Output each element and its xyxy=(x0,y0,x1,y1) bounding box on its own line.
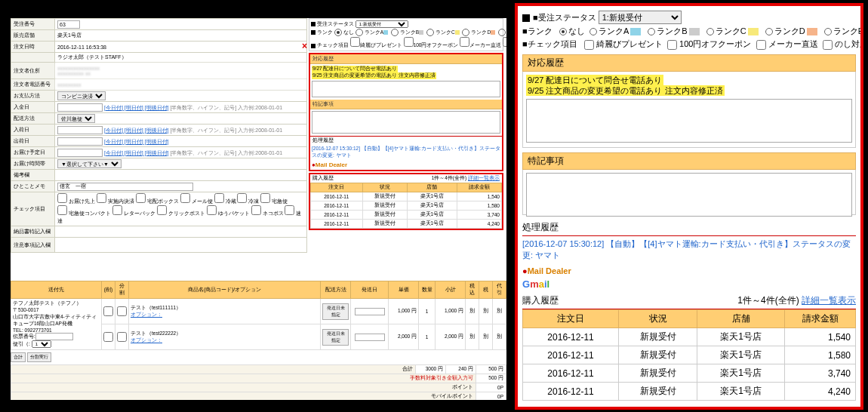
order-no-input[interactable] xyxy=(57,20,80,29)
label-dispatch: 配送方法 xyxy=(11,113,55,125)
rp-chk4: のし対応 xyxy=(835,39,863,48)
mini-rank-b-radio[interactable] xyxy=(391,29,399,36)
history-row[interactable]: 2016-12-11新規受付楽天1号店1,580 xyxy=(523,346,856,364)
chkopt-5[interactable] xyxy=(237,193,247,203)
mini-chk3-l: メーカー直送 xyxy=(469,42,501,48)
item-ship-btn-2[interactable]: 発送日未指定 xyxy=(322,329,349,346)
slot-select[interactable]: 1 xyxy=(32,340,51,348)
items-area: 送付先 (削) 分割 商品名(商品コード)/オプション 配送方法 発送日 単価 … xyxy=(11,281,506,400)
chkopt-4[interactable] xyxy=(214,193,224,203)
mpoint-val: 0P xyxy=(476,392,506,401)
label-ship-date: 入荷日 xyxy=(11,125,55,136)
mini-proc-title: 処理履歴 xyxy=(310,136,502,145)
history-row[interactable]: 2016-12-11新規受付楽天1号店1,540 xyxy=(523,328,856,346)
chkopt-0[interactable] xyxy=(57,193,67,203)
item-ship-date-2[interactable] xyxy=(355,334,385,341)
label-tel: 注文者電話番号 xyxy=(11,79,55,91)
hist-detail-link[interactable]: 詳細一覧表示 xyxy=(802,295,856,306)
mini-response-title: 対応履歴 xyxy=(310,54,502,64)
dispatch-select[interactable]: 佐川急便 xyxy=(57,114,95,123)
mini-chk4[interactable] xyxy=(503,37,506,47)
mini-proc-log[interactable]: [2016-12-07 15:30:12] 【自動】【[4]ヤマト運輸:カード支… xyxy=(310,145,502,160)
item-del-1[interactable] xyxy=(103,306,113,316)
response-textarea[interactable] xyxy=(526,99,852,143)
item-unit-2: 2,000 円 xyxy=(389,324,419,350)
pay-method-select[interactable]: コンビニ決済 xyxy=(57,91,106,100)
chk-noshi[interactable] xyxy=(823,40,833,50)
req-date-input[interactable] xyxy=(57,149,103,157)
item-ship-date-1[interactable] xyxy=(355,308,385,315)
mini-history-row[interactable]: 2016-12-11新規受付楽天1号店3,740 xyxy=(311,211,502,220)
mini-rank-none-radio[interactable] xyxy=(334,29,342,36)
chk-coupon[interactable] xyxy=(667,40,677,50)
req-time-select[interactable]: ▼選択して下さい▼ xyxy=(57,159,122,168)
chkopt-10[interactable] xyxy=(207,205,217,215)
history-row[interactable]: 2016-12-11新規受付楽天1号店3,740 xyxy=(523,364,856,383)
value-staff: ラジオ太郎（テストSTAFF） xyxy=(55,53,307,63)
ship-date-input[interactable] xyxy=(57,126,103,134)
chkopt-11[interactable] xyxy=(251,205,261,215)
rank-e-radio[interactable] xyxy=(824,28,832,35)
date-link2[interactable]: [今日付] [明日付] [明後日付] xyxy=(104,128,169,133)
mini-special-textarea[interactable] xyxy=(312,111,500,134)
deposit-date-input[interactable] xyxy=(57,103,103,112)
chkopt-8[interactable] xyxy=(112,205,122,215)
rank-c-radio[interactable] xyxy=(706,28,714,35)
mini-hist-count: 1件～4件(全件) xyxy=(432,175,467,180)
item-opt-2[interactable]: オプション： xyxy=(131,337,162,343)
mini-rank-d-radio[interactable] xyxy=(462,29,469,36)
close-icon[interactable]: × xyxy=(302,41,307,51)
item-del-2[interactable] xyxy=(103,332,113,342)
ih-qty: 数量 xyxy=(419,281,436,299)
value-store: 楽天1号店 xyxy=(55,30,307,42)
item-qty-1: 1 xyxy=(419,299,436,324)
status-select[interactable]: 1:新規受付 xyxy=(599,11,682,24)
chkopt-9[interactable] xyxy=(157,205,167,215)
memo-input[interactable] xyxy=(57,183,193,191)
mini-rank-a-radio[interactable] xyxy=(356,29,363,36)
label-req-date: お届け予定日 xyxy=(11,147,55,158)
breakdown-button[interactable]: 分割実行 xyxy=(27,352,51,362)
chkopt-7[interactable] xyxy=(57,205,67,215)
mini-chk3[interactable] xyxy=(460,37,469,47)
tot-label: 合計 xyxy=(11,365,416,374)
deliver-date-input[interactable] xyxy=(57,137,103,146)
rank-a-radio[interactable] xyxy=(589,28,597,35)
mini-history-row[interactable]: 2016-12-11新規受付楽天1号店1,580 xyxy=(311,201,502,211)
item-split-1[interactable] xyxy=(117,306,127,316)
label-area: 注意事項記入欄 xyxy=(11,238,55,253)
item-split-2[interactable] xyxy=(117,332,127,342)
item-ship-btn-1[interactable]: 発送日未指定 xyxy=(322,303,349,320)
item-sub-1: 1,000 円 xyxy=(436,299,466,324)
mini-history-row[interactable]: 2016-12-11新規受付楽天1号店1,540 xyxy=(311,192,502,201)
chkopt-1[interactable] xyxy=(97,193,106,203)
chkopt-3[interactable] xyxy=(180,193,190,203)
mini-chk1[interactable] xyxy=(350,37,360,47)
proc-log-link[interactable]: [2016-12-07 15:30:12] 【自動】【[4]ヤマト運輸:カード支… xyxy=(522,236,856,263)
mh-c2: 状況 xyxy=(362,183,407,192)
mini-rank-c-radio[interactable] xyxy=(426,29,434,36)
history-row[interactable]: 2016-12-11新規受付楽天1号店4,240 xyxy=(523,383,856,401)
mini-hist-link[interactable]: 詳細一覧表示 xyxy=(468,175,500,180)
calc-button[interactable]: 合計 xyxy=(11,352,26,362)
chkopt-12[interactable] xyxy=(285,205,294,215)
chk-present[interactable] xyxy=(584,40,594,50)
mini-resp-line1: 9/27 配達日について問合せ電話あり xyxy=(312,66,398,72)
mini-chk2[interactable] xyxy=(404,37,414,47)
mini-history-row[interactable]: 2016-12-11新規受付楽天1号店4,240 xyxy=(311,220,502,229)
mini-rank-e-radio[interactable] xyxy=(498,29,506,36)
rank-b-radio[interactable] xyxy=(648,28,655,35)
item-opt-1[interactable]: オプション： xyxy=(131,312,162,317)
date-link4[interactable]: [今日付] [明日付] [明後日付] xyxy=(104,150,169,155)
date-link3[interactable]: [今日付] [明日付] [明後日付] xyxy=(104,139,169,144)
chkopt-6[interactable] xyxy=(260,193,270,203)
rank-d-radio[interactable] xyxy=(765,28,773,35)
mini-resp-textarea[interactable] xyxy=(312,81,500,97)
tracking-input[interactable] xyxy=(35,333,73,340)
chk-maker[interactable] xyxy=(756,40,766,50)
date-link[interactable]: [今日付] [明日付] [明後日付] xyxy=(104,105,169,110)
special-textarea[interactable] xyxy=(526,173,852,217)
chkopt-2[interactable] xyxy=(136,193,146,203)
rank-none-radio[interactable] xyxy=(559,28,567,35)
mini-status-select[interactable]: 1:新規受付 xyxy=(356,20,408,28)
